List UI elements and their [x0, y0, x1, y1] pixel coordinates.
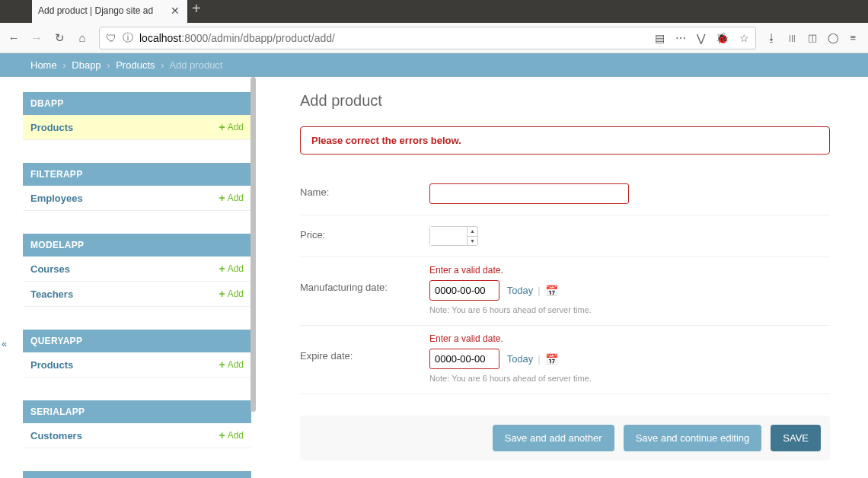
plus-icon: +	[219, 121, 225, 133]
form-row-mfg: Manufacturing date: Enter a valid date. …	[300, 257, 830, 326]
sidebar-collapse-icon[interactable]: «	[2, 338, 7, 349]
breadcrumb: Home › Dbapp › Products › Add product	[0, 53, 868, 77]
form-row-price: Price: ▲▼	[300, 215, 830, 257]
tab-close-icon[interactable]: ✕	[169, 5, 181, 17]
breadcrumb-model[interactable]: Products	[116, 59, 155, 71]
app-header[interactable]: MODELAPP	[23, 234, 251, 257]
sidebar-model-link[interactable]: Teachers	[30, 288, 73, 300]
bug-icon[interactable]: 🐞	[716, 32, 729, 44]
app-header[interactable]: QUERYAPP	[23, 330, 251, 352]
plus-icon: +	[219, 192, 225, 204]
downloads-icon[interactable]: ⭳	[767, 32, 777, 43]
sidebar-item: Products+ Add	[23, 352, 251, 378]
plus-icon: +	[219, 358, 225, 371]
sidebar-model-link[interactable]: Courses	[30, 263, 70, 275]
shield-icon[interactable]: 🛡	[106, 32, 116, 44]
error-exp: Enter a valid date.	[429, 333, 830, 344]
errornote: Please correct the errors below.	[300, 126, 830, 155]
form-row-exp: Expire date: Enter a valid date. Today |…	[300, 326, 830, 394]
save-continue-button[interactable]: Save and continue editing	[624, 425, 762, 451]
label-name: Name:	[300, 183, 429, 198]
browser-tab[interactable]: Add product | Django site ad ✕	[32, 0, 187, 23]
sidebar: DBAPPProducts+ AddFILTERAPPEmployees+ Ad…	[23, 77, 251, 478]
exp-input[interactable]	[429, 349, 499, 369]
breadcrumb-current: Add product	[169, 59, 222, 71]
plus-icon: +	[219, 263, 225, 275]
sidebar-item: Teachers+ Add	[23, 282, 251, 307]
price-spinner[interactable]: ▲▼	[467, 227, 477, 245]
label-mfg: Manufacturing date:	[300, 265, 429, 293]
label-price: Price:	[300, 226, 429, 241]
error-mfg: Enter a valid date.	[429, 265, 830, 276]
mfg-today-link[interactable]: Today	[507, 285, 534, 296]
sidebar-scrollbar[interactable]	[251, 77, 256, 412]
app-header[interactable]: VALIDATIONAPP	[23, 471, 251, 478]
back-button[interactable]: ←	[8, 31, 20, 44]
name-input[interactable]	[429, 183, 629, 204]
plus-icon: +	[219, 288, 225, 300]
sidebar-icon[interactable]: ◫	[808, 32, 817, 43]
save-add-another-button[interactable]: Save and add another	[493, 425, 614, 451]
new-tab-button[interactable]: +	[192, 0, 201, 18]
sidebar-item: Customers+ Add	[23, 423, 251, 448]
breadcrumb-app[interactable]: Dbapp	[72, 59, 101, 71]
account-icon[interactable]: ◯	[828, 32, 839, 43]
calendar-icon[interactable]: 📅	[545, 285, 558, 297]
sidebar-item: Employees+ Add	[23, 186, 251, 211]
plus-icon: +	[219, 429, 225, 441]
submit-row: Save and add another Save and continue e…	[300, 416, 830, 460]
sidebar-model-link[interactable]: Employees	[30, 193, 83, 204]
bookmark-star-icon[interactable]: ☆	[739, 32, 749, 44]
sidebar-add-link[interactable]: + Add	[219, 288, 244, 300]
mfg-input[interactable]	[429, 280, 499, 301]
meatballs-icon[interactable]: ⋯	[675, 32, 686, 44]
sidebar-add-link[interactable]: + Add	[219, 429, 244, 441]
breadcrumb-home[interactable]: Home	[30, 59, 57, 71]
tab-title: Add product | Django site ad	[38, 5, 169, 16]
price-input-wrap: ▲▼	[429, 226, 478, 246]
sidebar-add-link[interactable]: + Add	[219, 121, 244, 133]
content: Add product Please correct the errors be…	[300, 77, 868, 478]
sidebar-model-link[interactable]: Customers	[30, 430, 82, 441]
price-input[interactable]	[430, 227, 467, 245]
pocket-icon[interactable]: ⋁	[697, 32, 705, 44]
exp-help: Note: You are 6 hours ahead of server ti…	[429, 374, 830, 383]
url-text: localhost:8000/admin/dbapp/product/add/	[139, 32, 335, 44]
form-row-name: Name:	[300, 173, 830, 215]
app-header[interactable]: SERIALAPP	[23, 400, 251, 423]
reader-icon[interactable]: ▤	[655, 32, 665, 44]
menu-icon[interactable]: ≡	[850, 32, 856, 43]
save-button[interactable]: SAVE	[771, 425, 821, 451]
url-bar[interactable]: 🛡 ⓘ localhost:8000/admin/dbapp/product/a…	[99, 27, 756, 49]
reload-button[interactable]: ↻	[53, 31, 65, 45]
home-button[interactable]: ⌂	[76, 31, 88, 44]
app-header[interactable]: DBAPP	[23, 92, 251, 115]
sidebar-item: Courses+ Add	[23, 257, 251, 282]
mfg-help: Note: You are 6 hours ahead of server ti…	[429, 305, 830, 314]
sidebar-add-link[interactable]: + Add	[219, 358, 244, 371]
forward-button: →	[30, 31, 43, 44]
sidebar-item: Products+ Add	[23, 115, 251, 140]
sidebar-model-link[interactable]: Products	[30, 359, 73, 371]
label-exp: Expire date:	[300, 333, 429, 362]
sidebar-add-link[interactable]: + Add	[219, 263, 244, 275]
exp-today-link[interactable]: Today	[507, 353, 534, 365]
app-header[interactable]: FILTERAPP	[23, 163, 251, 186]
library-icon[interactable]: ⫼	[787, 32, 797, 43]
sidebar-add-link[interactable]: + Add	[219, 192, 244, 204]
info-icon[interactable]: ⓘ	[123, 31, 133, 45]
page-title: Add product	[300, 92, 830, 110]
calendar-icon[interactable]: 📅	[545, 353, 558, 365]
browser-navbar: ← → ↻ ⌂ 🛡 ⓘ localhost:8000/admin/dbapp/p…	[0, 23, 868, 53]
sidebar-model-link[interactable]: Products	[30, 122, 73, 133]
